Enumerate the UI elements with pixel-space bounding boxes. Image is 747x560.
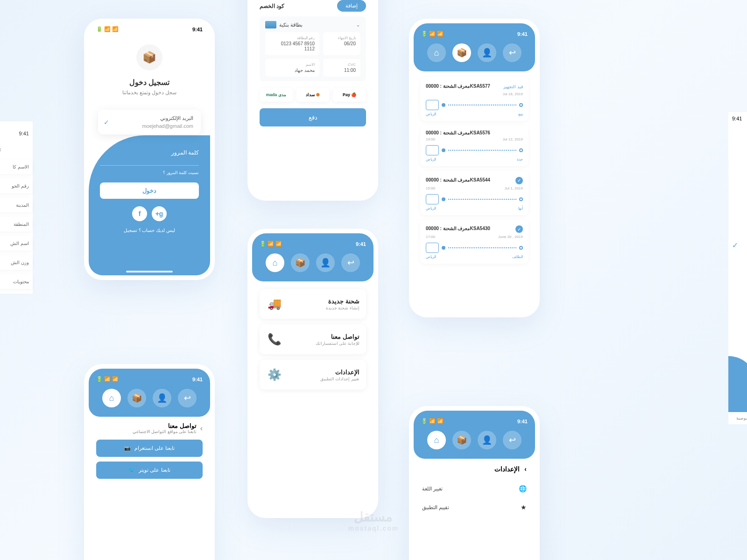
menu-item[interactable]: الإعداداتتغيير إعدادات التطبيق ⚙️ [260,360,366,390]
form-field[interactable]: المنطقة [0,217,33,231]
rate-setting[interactable]: ★ تقييم التطبيق [414,498,535,517]
discount-label: كود الخصم [260,3,284,9]
card-icon [265,21,276,28]
language-setting[interactable]: 🌐 تغيير اللغة [414,479,535,498]
nav-logout[interactable]: ↩ [178,389,197,407]
google-login-button[interactable]: g+ [152,206,167,221]
menu-item[interactable]: تواصل معناللإجابة على استفساراتك 📞 [260,324,366,354]
menu-item[interactable]: شحنة جديدةإنشاء شحنة جديدة 🚚 [260,289,366,319]
nav-shipments[interactable]: 📦 [127,389,146,407]
card-number-field[interactable]: رقم البطاقة 0123 4567 8910 1112 [265,32,319,55]
bank-card-section: ⌄ بطاقة بنكية تاريخ الانتهاء 06/20 رقم ا… [260,16,366,81]
twitter-icon: 🐦 [128,467,135,473]
star-icon: ★ [521,504,527,511]
instagram-icon: 📷 [124,445,131,451]
signup-link[interactable]: ليس لديك حساب ؟ تسجيل [100,228,199,233]
back-icon[interactable]: › [524,465,527,473]
login-subtitle: سجل دخول وتمتع بخدماتنا [89,90,210,96]
contact-subtitle: تابعنا على مواقع التواصل الاجتماعي [96,429,197,434]
settings-title: الإعدادات [494,465,520,473]
expiry-field[interactable]: تاريخ الانتهاء 06/20 [323,32,360,55]
nav-logout[interactable]: ↩ [503,43,521,62]
shipment-card[interactable]: قيد التجهيز معرف الشحنة : 00000KSA5577 J… [420,77,529,121]
home-indicator [126,271,173,273]
twitter-button[interactable]: تابعنا على تويتر🐦 [96,462,203,479]
contact-title: تواصل معنا [96,422,197,429]
form-field[interactable]: المدينة [0,198,33,212]
add-discount-button[interactable]: إضافة [337,0,366,12]
form-field[interactable]: الاسم كا [0,160,33,174]
truck-icon [426,243,439,253]
login-title: تسجيل دخول [89,78,210,87]
nav-shipments[interactable]: 📦 [452,431,471,449]
menu-icon: ⚙️ [266,366,283,383]
nav-logout[interactable]: ↩ [503,431,521,449]
shipment-card[interactable]: معرف الشحنة : 00000KSA5576 19:00Jul 12, … [420,126,529,166]
nav-profile[interactable]: 👤 [153,389,171,407]
login-button[interactable]: دخول [100,182,199,199]
password-input[interactable] [100,165,199,166]
pay-button[interactable]: دفع [260,108,366,126]
nav-home[interactable]: ⌂ [102,389,121,407]
watermark: مستقل mostaql.com [348,509,399,532]
forgot-password-link[interactable]: نسيت كلمة المرور ؟ [100,170,199,175]
facebook-login-button[interactable]: f [132,206,147,221]
form-field[interactable]: رقم الجو [0,179,33,193]
chevron-down-icon[interactable]: ⌄ [356,21,360,28]
menu-icon: 📞 [266,331,283,348]
check-icon: ✓ [104,119,109,126]
nav-home[interactable]: ⌂ [266,253,284,272]
back-icon[interactable]: › [0,144,33,160]
apple-pay-option[interactable]: 🍎 Pay [333,88,366,102]
nav-home[interactable]: ⌂ [427,431,446,449]
truck-icon [426,145,439,155]
nav-shipments[interactable]: 📦 [291,253,310,272]
nav-shipments[interactable]: 📦 [452,43,471,62]
form-field[interactable]: اسم الش [0,236,33,251]
time: 9:41 [192,27,203,32]
nav-home[interactable]: ⌂ [427,43,446,62]
cvc-field[interactable]: CVC 11:00 [323,59,360,77]
form-field[interactable]: محتويات [0,274,33,289]
truck-icon [426,100,439,110]
form-field[interactable]: وزن الش [0,255,33,270]
nav-logout[interactable]: ↩ [341,253,360,272]
check-icon: ✓ [728,237,747,253]
sadad-option[interactable]: ⬢ سداد [296,88,330,102]
email-input[interactable]: البريد الإلكتروني moejehad@gmail.com ✓ [98,110,201,134]
shipment-card[interactable]: ✓ معرف الشحنة : 00000KSA5544 15:00Jul 1,… [420,171,529,215]
nav-profile[interactable]: 👤 [478,43,496,62]
instagram-button[interactable]: تابعنا على انستغرام📷 [96,440,203,457]
status-icons: 📶 📶 🔋 [96,26,119,32]
nav-profile[interactable]: 👤 [316,253,335,272]
name-field[interactable]: الاسم محمد جهاد [265,59,319,77]
truck-icon [426,194,439,204]
globe-icon: 🌐 [519,485,527,492]
shipment-card[interactable]: ✓ معرف الشحنة : 00000KSA5430 17:00June 2… [420,220,529,264]
menu-icon: 🚚 [266,295,283,312]
password-label: كلمة المرور [100,149,199,156]
check-icon: ✓ [515,225,523,233]
mada-option[interactable]: مدى mada [260,88,293,102]
app-logo: 📦 [136,44,162,70]
check-icon: ✓ [515,177,523,184]
back-icon[interactable]: › [200,424,203,433]
nav-profile[interactable]: 👤 [478,431,496,449]
